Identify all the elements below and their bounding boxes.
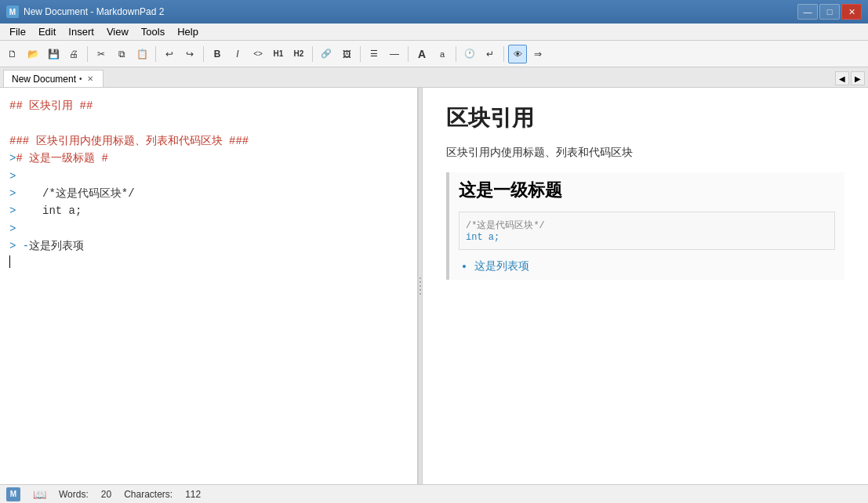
status-book-icon: 📖 bbox=[33, 488, 46, 501]
toolbar-separator-7 bbox=[456, 46, 456, 62]
toolbar-separator-5 bbox=[360, 46, 361, 62]
editor-text-blue: > bbox=[9, 150, 16, 167]
editor-text: ## 区块引用 ## bbox=[9, 97, 93, 114]
preview-code-block: /*这是代码区块*/ int a; bbox=[459, 212, 835, 250]
close-button[interactable]: ✕ bbox=[841, 4, 862, 20]
image-button[interactable]: 🖼 bbox=[337, 45, 356, 63]
editor-line-6: > /*这是代码区块*/ bbox=[9, 185, 408, 202]
new-button[interactable]: 🗋 bbox=[3, 45, 22, 63]
large-a-button[interactable]: A bbox=[412, 45, 431, 63]
toolbar-separator-6 bbox=[408, 46, 409, 62]
divider-dot bbox=[419, 285, 421, 287]
status-app-icon: M bbox=[6, 487, 20, 501]
menu-help[interactable]: Help bbox=[171, 24, 205, 40]
toolbar-separator-8 bbox=[503, 46, 504, 62]
editor-line-1: ## 区块引用 ## bbox=[9, 97, 408, 114]
editor-line-5: > bbox=[9, 168, 408, 185]
editor-text: > bbox=[9, 220, 16, 237]
toolbar-separator-3 bbox=[203, 46, 204, 62]
tab-nav-right[interactable]: ▶ bbox=[851, 71, 865, 85]
list-item-1: 这是列表项 bbox=[474, 259, 835, 273]
timestamp-button[interactable]: 🕐 bbox=[460, 45, 479, 63]
code-comment-line: /*这是代码区块*/ bbox=[466, 219, 828, 232]
editor-line-7: > int a; bbox=[9, 202, 408, 219]
menu-bar: File Edit Insert View Tools Help bbox=[0, 24, 868, 41]
editor-line-8: > bbox=[9, 220, 408, 237]
editor-text-normal: /*这是代码区块*/ bbox=[16, 185, 134, 202]
tab-modified-dot: • bbox=[79, 74, 82, 83]
save-button[interactable]: 💾 bbox=[44, 45, 63, 63]
divider-dot bbox=[419, 281, 421, 283]
editor-text-blue: > bbox=[9, 202, 16, 219]
code-line: int a; bbox=[466, 232, 828, 243]
tab-navigation: ◀ ▶ bbox=[835, 71, 865, 85]
words-label: Words: bbox=[59, 489, 89, 500]
editor-text: ### 区块引用内使用标题、列表和代码区块 ### bbox=[9, 132, 249, 150]
preview-list: 这是列表项 bbox=[459, 259, 835, 273]
hr-button[interactable]: — bbox=[385, 45, 404, 63]
editor-pane[interactable]: ## 区块引用 ## ### 区块引用内使用标题、列表和代码区块 ### > #… bbox=[0, 88, 418, 484]
text-cursor bbox=[9, 255, 10, 268]
export-button[interactable]: ⇒ bbox=[528, 45, 547, 63]
main-area: ## 区块引用 ## ### 区块引用内使用标题、列表和代码区块 ### > #… bbox=[0, 88, 868, 484]
open-button[interactable]: 📂 bbox=[24, 45, 42, 63]
link-button[interactable]: 🔗 bbox=[317, 45, 336, 63]
preview-button[interactable]: 👁 bbox=[508, 45, 527, 63]
tab-bar: New Document • ✕ ◀ ▶ bbox=[0, 67, 868, 88]
undo-button[interactable]: ↩ bbox=[160, 45, 179, 63]
app-icon: M bbox=[6, 5, 19, 18]
words-count: 20 bbox=[101, 489, 111, 500]
redo-button[interactable]: ↪ bbox=[180, 45, 199, 63]
menu-file[interactable]: File bbox=[3, 24, 32, 40]
editor-text: > bbox=[9, 168, 16, 185]
tab-label: New Document bbox=[12, 74, 76, 85]
wrap-button[interactable]: ↵ bbox=[481, 45, 499, 63]
preview-h1: 区块引用 bbox=[446, 103, 844, 133]
status-bar: M 📖 Words: 20 Characters: 112 bbox=[0, 484, 868, 503]
editor-text-normal: int a; bbox=[16, 202, 82, 219]
paste-button[interactable]: 📋 bbox=[133, 45, 151, 63]
editor-cursor-line bbox=[9, 255, 408, 268]
divider-dot bbox=[419, 289, 421, 291]
menu-tools[interactable]: Tools bbox=[135, 24, 171, 40]
divider-dot bbox=[419, 277, 421, 279]
tab-close-button[interactable]: ✕ bbox=[85, 74, 95, 83]
maximize-button[interactable]: □ bbox=[819, 4, 840, 20]
list-button[interactable]: ☰ bbox=[365, 45, 383, 63]
copy-button[interactable]: ⧉ bbox=[112, 45, 131, 63]
editor-text-blue: > - bbox=[9, 237, 29, 255]
minimize-button[interactable]: — bbox=[797, 4, 818, 20]
editor-text-red: # 这是一级标题 # bbox=[16, 150, 108, 167]
preview-pane: 区块引用 区块引用内使用标题、列表和代码区块 这是一级标题 /*这是代码区块*/… bbox=[423, 88, 868, 484]
tab-new-document[interactable]: New Document • ✕ bbox=[3, 70, 104, 87]
window-controls: — □ ✕ bbox=[797, 4, 862, 20]
toolbar-separator-4 bbox=[312, 46, 313, 62]
small-a-button[interactable]: a bbox=[433, 45, 452, 63]
editor-line-9: > - 这是列表项 bbox=[9, 237, 408, 255]
h2-button[interactable]: H2 bbox=[289, 45, 308, 63]
cut-button[interactable]: ✂ bbox=[92, 45, 111, 63]
menu-insert[interactable]: Insert bbox=[62, 24, 100, 40]
chars-label: Characters: bbox=[124, 489, 173, 500]
preview-subtitle: 区块引用内使用标题、列表和代码区块 bbox=[446, 146, 844, 160]
menu-edit[interactable]: Edit bbox=[32, 24, 62, 40]
code-button[interactable]: <> bbox=[249, 45, 267, 63]
italic-button[interactable]: I bbox=[228, 45, 247, 63]
title-bar: M New Document - MarkdownPad 2 — □ ✕ bbox=[0, 0, 868, 24]
toolbar: 🗋 📂 💾 🖨 ✂ ⧉ 📋 ↩ ↪ B I <> H1 H2 🔗 🖼 ☰ — A… bbox=[0, 41, 868, 67]
toolbar-separator-2 bbox=[155, 46, 156, 62]
bold-button[interactable]: B bbox=[208, 45, 227, 63]
tab-nav-left[interactable]: ◀ bbox=[835, 71, 849, 85]
menu-view[interactable]: View bbox=[100, 24, 135, 40]
h1-button[interactable]: H1 bbox=[269, 45, 288, 63]
print-button[interactable]: 🖨 bbox=[64, 45, 83, 63]
toolbar-separator-1 bbox=[87, 46, 88, 62]
preview-blockquote: 这是一级标题 /*这是代码区块*/ int a; 这是列表项 bbox=[446, 172, 844, 280]
editor-line-2 bbox=[9, 114, 408, 132]
divider-dot bbox=[419, 293, 421, 295]
editor-text-blue: > bbox=[9, 185, 16, 202]
preview-bq-heading: 这是一级标题 bbox=[459, 179, 835, 202]
editor-line-3: ### 区块引用内使用标题、列表和代码区块 ### bbox=[9, 132, 408, 150]
chars-count: 112 bbox=[185, 489, 201, 500]
window-title: New Document - MarkdownPad 2 bbox=[24, 6, 797, 17]
